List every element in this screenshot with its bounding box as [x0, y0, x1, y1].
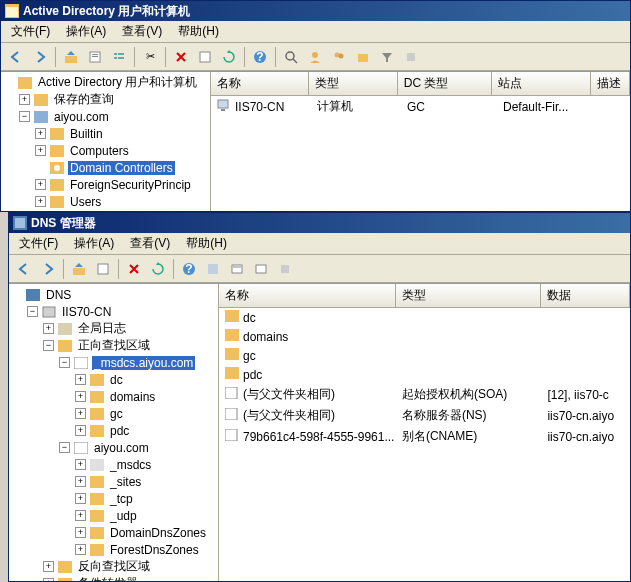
domain-node[interactable]: aiyou.com	[52, 110, 111, 124]
rev-zone[interactable]: 反向查找区域	[76, 558, 152, 575]
col-desc[interactable]: 描述	[591, 72, 630, 95]
tool3-button[interactable]	[250, 258, 272, 280]
list-row[interactable]: dc	[219, 308, 630, 327]
list-row[interactable]: (与父文件夹相同) 名称服务器(NS) iis70-cn.aiyo	[219, 405, 630, 426]
list-view-button[interactable]	[108, 46, 130, 68]
forward-button[interactable]	[37, 258, 59, 280]
expand-icon[interactable]: +	[43, 323, 54, 334]
saved-queries[interactable]: 保存的查询	[52, 91, 116, 108]
pdc-node[interactable]: pdc	[108, 424, 131, 438]
expand-icon[interactable]: +	[19, 94, 30, 105]
tool1-button[interactable]	[202, 258, 224, 280]
new-group-icon[interactable]	[328, 46, 350, 68]
properties-button[interactable]	[84, 46, 106, 68]
props2-button[interactable]	[194, 46, 216, 68]
filter-icon[interactable]	[376, 46, 398, 68]
sites-node[interactable]: _sites	[108, 475, 143, 489]
tool4-button[interactable]	[274, 258, 296, 280]
dc-node[interactable]: dc	[108, 373, 125, 387]
col-name[interactable]: 名称	[219, 284, 396, 307]
collapse-icon[interactable]: −	[19, 111, 30, 122]
menu-help[interactable]: 帮助(H)	[170, 21, 227, 42]
dns-list[interactable]: 名称 类型 数据 dc domains gc pdc (与父文件夹相同) 起始授…	[219, 284, 630, 581]
refresh-button[interactable]	[147, 258, 169, 280]
col-dctype[interactable]: DC 类型	[398, 72, 492, 95]
msdcs-zone[interactable]: _msdcs.aiyou.com	[92, 356, 195, 370]
props-button[interactable]	[92, 258, 114, 280]
expand-icon[interactable]: +	[75, 374, 86, 385]
list-row[interactable]: 79b661c4-598f-4555-9961... 别名(CNAME) iis…	[219, 426, 630, 447]
menu-help[interactable]: 帮助(H)	[178, 233, 235, 254]
menu-action[interactable]: 操作(A)	[58, 21, 114, 42]
cut-button[interactable]: ✂	[139, 46, 161, 68]
extra-button[interactable]	[400, 46, 422, 68]
expand-icon[interactable]: +	[75, 544, 86, 555]
menu-file[interactable]: 文件(F)	[11, 233, 66, 254]
new-user-icon[interactable]	[304, 46, 326, 68]
fsp-node[interactable]: ForeignSecurityPrincip	[68, 178, 193, 192]
up-button[interactable]	[60, 46, 82, 68]
ad-root[interactable]: Active Directory 用户和计算机	[36, 74, 199, 91]
list-row[interactable]: IIS70-CN 计算机 GC Default-Fir...	[211, 96, 630, 117]
expand-icon[interactable]: +	[43, 561, 54, 572]
expand-icon[interactable]: +	[35, 145, 46, 156]
delete-button[interactable]	[123, 258, 145, 280]
menu-view[interactable]: 查看(V)	[122, 233, 178, 254]
find-button[interactable]	[280, 46, 302, 68]
expand-icon[interactable]: +	[43, 578, 54, 581]
cond-fwd[interactable]: 条件转发器	[76, 575, 140, 581]
list-row[interactable]: gc	[219, 346, 630, 365]
expand-icon[interactable]: +	[75, 425, 86, 436]
expand-icon[interactable]: +	[75, 527, 86, 538]
back-button[interactable]	[13, 258, 35, 280]
tcp-node[interactable]: _tcp	[108, 492, 135, 506]
list-row[interactable]: (与父文件夹相同) 起始授权机构(SOA) [12], iis70-c	[219, 384, 630, 405]
users-node[interactable]: Users	[68, 195, 103, 209]
dns-tree[interactable]: DNS −IIS70-CN +全局日志 −正向查找区域 −_msdcs.aiyo…	[9, 284, 219, 581]
forward-button[interactable]	[29, 46, 51, 68]
back-button[interactable]	[5, 46, 27, 68]
udp-node[interactable]: _udp	[108, 509, 139, 523]
expand-icon[interactable]: +	[75, 391, 86, 402]
collapse-icon[interactable]: −	[59, 442, 70, 453]
ad-list[interactable]: 名称 类型 DC 类型 站点 描述 IIS70-CN 计算机 GC Defaul…	[211, 72, 630, 211]
dns-root[interactable]: DNS	[44, 288, 73, 302]
fwd-zone[interactable]: 正向查找区域	[76, 337, 152, 354]
tool2-button[interactable]	[226, 258, 248, 280]
expand-icon[interactable]: +	[35, 179, 46, 190]
forestdns-node[interactable]: ForestDnsZones	[108, 543, 201, 557]
expand-icon[interactable]: +	[75, 510, 86, 521]
up-button[interactable]	[68, 258, 90, 280]
menu-action[interactable]: 操作(A)	[66, 233, 122, 254]
server-node[interactable]: IIS70-CN	[60, 305, 113, 319]
aiyou-zone[interactable]: aiyou.com	[92, 441, 151, 455]
domains-node[interactable]: domains	[108, 390, 157, 404]
menu-view[interactable]: 查看(V)	[114, 21, 170, 42]
expand-icon[interactable]: +	[75, 493, 86, 504]
collapse-icon[interactable]: −	[43, 340, 54, 351]
new-ou-icon[interactable]	[352, 46, 374, 68]
list-row[interactable]: pdc	[219, 365, 630, 384]
expand-icon[interactable]: +	[75, 408, 86, 419]
help-button[interactable]: ?	[249, 46, 271, 68]
refresh-button[interactable]	[218, 46, 240, 68]
collapse-icon[interactable]: −	[27, 306, 38, 317]
col-name[interactable]: 名称	[211, 72, 309, 95]
builtin-node[interactable]: Builtin	[68, 127, 105, 141]
collapse-icon[interactable]: −	[59, 357, 70, 368]
global-log[interactable]: 全局日志	[76, 320, 128, 337]
computers-node[interactable]: Computers	[68, 144, 131, 158]
expand-icon[interactable]: +	[75, 476, 86, 487]
col-data[interactable]: 数据	[541, 284, 630, 307]
col-type[interactable]: 类型	[396, 284, 542, 307]
domaindns-node[interactable]: DomainDnsZones	[108, 526, 208, 540]
expand-icon[interactable]: +	[75, 459, 86, 470]
gc-node[interactable]: gc	[108, 407, 125, 421]
expand-icon[interactable]: +	[35, 196, 46, 207]
msdcsfolder[interactable]: _msdcs	[108, 458, 153, 472]
expand-icon[interactable]: +	[35, 128, 46, 139]
dc-node[interactable]: Domain Controllers	[68, 161, 175, 175]
delete-button[interactable]	[170, 46, 192, 68]
col-site[interactable]: 站点	[492, 72, 590, 95]
ad-tree[interactable]: Active Directory 用户和计算机 +保存的查询 −aiyou.co…	[1, 72, 211, 211]
